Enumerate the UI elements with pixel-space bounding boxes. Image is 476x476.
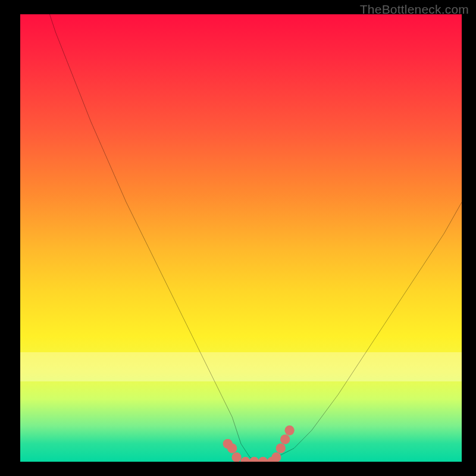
- chart-frame: TheBottleneck.com: [0, 0, 476, 476]
- plot-area: [20, 14, 462, 462]
- bottleneck-curve: [20, 14, 462, 462]
- sweet-spot-dot: [284, 425, 294, 436]
- sweet-spot-dot: [231, 452, 241, 462]
- sweet-spot-dot: [240, 457, 250, 462]
- sweet-spot-dot: [227, 443, 237, 453]
- sweet-spot-dot: [271, 452, 281, 462]
- sweet-spot-dot: [280, 434, 290, 444]
- sweet-spot-dots: [223, 425, 295, 462]
- sweet-spot-dot: [258, 457, 268, 462]
- sweet-spot-dot: [276, 443, 286, 453]
- brand-watermark: TheBottleneck.com: [360, 2, 469, 17]
- sweet-spot-dot: [249, 457, 259, 462]
- curve-layer: [20, 14, 462, 462]
